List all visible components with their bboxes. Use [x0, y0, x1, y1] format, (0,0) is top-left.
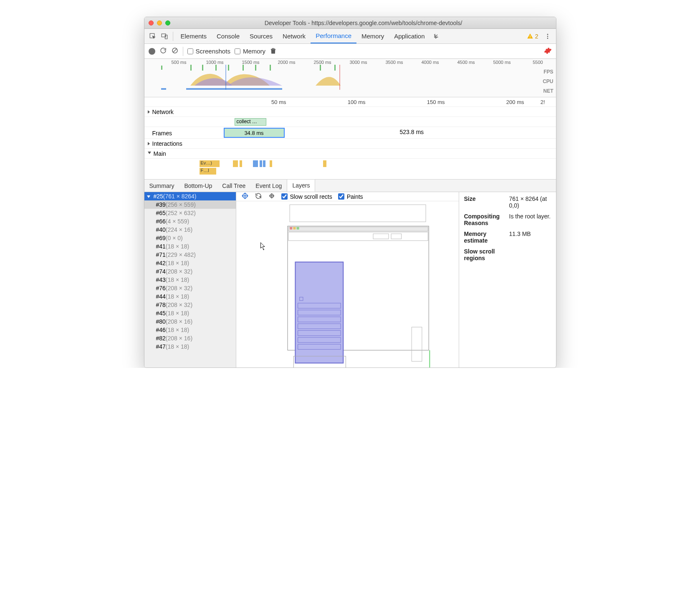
window-title: Developer Tools - https://developers.goo…	[175, 20, 552, 26]
inspect-icon[interactable]	[147, 30, 159, 42]
prop-size-value: 761 × 8264 (at 0,0)	[509, 195, 551, 209]
svg-rect-3	[530, 35, 530, 37]
minimize-icon[interactable]	[157, 20, 162, 25]
dtab-layers[interactable]: Layers	[287, 180, 315, 192]
main-flame-chart[interactable]: Ev…) F…l	[144, 158, 556, 179]
svg-rect-30	[296, 227, 299, 229]
svg-rect-33	[391, 234, 402, 239]
tab-console[interactable]: Console	[212, 29, 245, 43]
layer-node[interactable]: #40(224 × 16)	[144, 225, 236, 234]
prop-memory-key: Memory estimate	[464, 231, 509, 244]
layer-tree[interactable]: #25(761 × 8264) #39(256 × 559)#65(252 × …	[144, 192, 236, 367]
track-main[interactable]: Main	[144, 148, 556, 158]
tab-performance[interactable]: Performance	[311, 29, 356, 43]
window-titlebar: Developer Tools - https://developers.goo…	[144, 17, 556, 29]
device-toolbar-icon[interactable]	[159, 30, 170, 42]
tab-application[interactable]: Application	[389, 29, 430, 43]
flame-event-2[interactable]: F…l	[200, 168, 216, 175]
overview-strip[interactable]: 500 ms1000 ms1500 ms2000 ms2500 ms3000 m…	[144, 59, 556, 97]
reload-button[interactable]	[159, 47, 167, 56]
svg-rect-16	[243, 65, 244, 71]
layer-node[interactable]: #78(208 × 32)	[144, 301, 236, 309]
layer-node[interactable]: #80(208 × 16)	[144, 317, 236, 326]
layer-node[interactable]: #39(256 × 559)	[144, 200, 236, 209]
track-network[interactable]: Network	[144, 106, 556, 117]
svg-rect-27	[288, 227, 428, 231]
zoom-icon[interactable]	[165, 20, 170, 25]
record-button[interactable]	[149, 48, 155, 55]
detail-tab-strip: Summary Bottom-Up Call Tree Event Log La…	[144, 180, 556, 192]
reset-view-icon[interactable]	[268, 192, 275, 201]
dtab-summary[interactable]: Summary	[144, 180, 179, 192]
screenshots-label: Screenshots	[196, 48, 230, 55]
layer-node[interactable]: #71(229 × 482)	[144, 251, 236, 259]
collect-entry[interactable]: collect …	[235, 118, 266, 126]
rotate-tool-icon[interactable]	[255, 192, 262, 201]
layer-viewer: Slow scroll rects Paints	[236, 192, 459, 367]
svg-point-5	[547, 34, 548, 35]
tab-network[interactable]: Network	[278, 29, 311, 43]
slow-scroll-checkbox[interactable]: Slow scroll rects	[281, 193, 332, 200]
overflow-tabs-icon[interactable]	[430, 30, 442, 42]
settings-gear-icon[interactable]	[544, 47, 552, 56]
svg-rect-20	[334, 65, 336, 71]
svg-rect-11	[161, 66, 162, 70]
layer-node[interactable]: #66(4 × 559)	[144, 217, 236, 225]
tab-elements[interactable]: Elements	[176, 29, 212, 43]
svg-rect-4	[530, 37, 530, 38]
close-icon[interactable]	[149, 20, 154, 25]
prop-compositing-value: Is the root layer.	[509, 213, 551, 226]
svg-rect-12	[190, 65, 192, 71]
memory-checkbox[interactable]: Memory	[235, 48, 265, 55]
track-interactions[interactable]: Interactions	[144, 138, 556, 148]
prop-slow-scroll-value	[509, 248, 551, 261]
layer-node[interactable]: #76(208 × 32)	[144, 284, 236, 292]
trash-button[interactable]	[270, 47, 277, 56]
flame-event-1[interactable]: Ev…)	[200, 160, 220, 167]
svg-rect-31	[288, 232, 428, 241]
track-frames-row[interactable]: 34.8 ms 523.8 ms	[144, 127, 556, 138]
layer-node-root[interactable]: #25(761 × 8264)	[144, 192, 236, 200]
layer-node[interactable]: #69(0 × 0)	[144, 234, 236, 242]
layer-props: Size761 × 8264 (at 0,0) Compositing Reas…	[459, 192, 556, 367]
warnings-badge[interactable]: 2	[527, 33, 538, 40]
layer-node[interactable]: #41(18 × 18)	[144, 242, 236, 251]
layer-node[interactable]: #45(18 × 18)	[144, 309, 236, 317]
svg-rect-34	[295, 262, 343, 363]
svg-point-7	[547, 38, 548, 39]
layer-node[interactable]: #47(18 × 18)	[144, 342, 236, 351]
kebab-menu-icon[interactable]	[542, 30, 553, 42]
pan-tool-icon[interactable]	[241, 192, 249, 201]
svg-rect-22	[186, 88, 282, 90]
svg-rect-10	[271, 49, 275, 53]
screenshots-checkbox[interactable]: Screenshots	[187, 48, 230, 55]
layer-canvas[interactable]	[236, 201, 459, 368]
clear-button[interactable]	[171, 47, 179, 56]
tab-sources[interactable]: Sources	[245, 29, 278, 43]
dtab-call-tree[interactable]: Call Tree	[217, 180, 250, 192]
prop-memory-value: 11.3 MB	[509, 231, 551, 244]
overview-lane-labels: FPS CPU NET	[543, 67, 553, 96]
main-tab-strip: Elements Console Sources Network Perform…	[144, 29, 556, 44]
frame-entry-2[interactable]: 523.8 ms	[400, 129, 424, 135]
svg-rect-29	[293, 227, 296, 229]
viewer-toolbar: Slow scroll rects Paints	[236, 192, 459, 201]
overview-ticks: 500 ms1000 ms1500 ms2000 ms2500 ms3000 m…	[144, 59, 556, 65]
frame-entry-selected[interactable]: 34.8 ms	[224, 128, 285, 138]
svg-rect-15	[228, 65, 229, 71]
paints-checkbox[interactable]: Paints	[338, 193, 363, 200]
dtab-event-log[interactable]: Event Log	[250, 180, 287, 192]
layer-node[interactable]: #42(18 × 18)	[144, 259, 236, 267]
layer-node[interactable]: #46(18 × 18)	[144, 326, 236, 334]
svg-rect-19	[320, 65, 321, 71]
layer-node[interactable]: #74(208 × 32)	[144, 267, 236, 276]
svg-rect-32	[373, 234, 389, 239]
svg-rect-18	[270, 65, 271, 71]
layer-node[interactable]: #44(18 × 18)	[144, 292, 236, 301]
tab-memory[interactable]: Memory	[356, 29, 389, 43]
layer-node[interactable]: #82(208 × 16)	[144, 334, 236, 342]
dtab-bottom-up[interactable]: Bottom-Up	[179, 180, 217, 192]
layer-node[interactable]: #43(18 × 18)	[144, 276, 236, 284]
prop-slow-scroll-key: Slow scroll regions	[464, 248, 509, 261]
layer-node[interactable]: #65(252 × 632)	[144, 209, 236, 217]
